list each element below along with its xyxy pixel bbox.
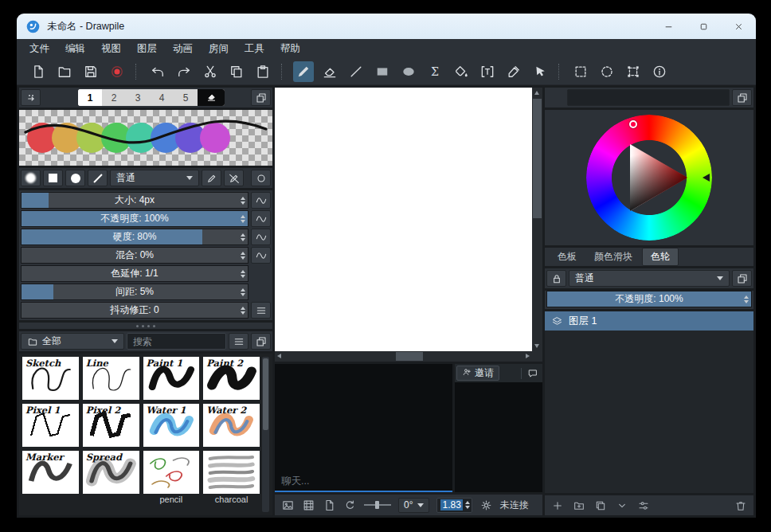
brush-setting-slider[interactable]: 混合: 0% (21, 247, 249, 264)
scrollbar-thumb[interactable] (263, 358, 268, 430)
brush-preset[interactable]: pencil (143, 451, 200, 506)
slider-spinner[interactable] (241, 266, 245, 281)
input-curve-button[interactable] (251, 210, 271, 227)
reset-rotation-button[interactable] (343, 499, 357, 512)
slider-spinner[interactable] (241, 284, 245, 299)
slider-knob[interactable] (375, 501, 379, 509)
brush-setting-slider[interactable]: 不透明度: 100% (21, 210, 249, 227)
invite-button[interactable]: 邀请 (456, 366, 499, 381)
brush-preset[interactable]: Paint 2 (203, 357, 260, 400)
frames-button[interactable] (302, 499, 315, 512)
brush-tip-line-button[interactable] (88, 170, 108, 186)
brush-preset[interactable]: Water 2 (203, 404, 260, 447)
view-settings-button[interactable] (479, 499, 493, 512)
input-curve-button[interactable] (251, 247, 271, 264)
erase-mode-button[interactable] (224, 170, 244, 186)
input-curve-button[interactable] (251, 192, 271, 209)
maximize-button[interactable] (686, 14, 721, 39)
palette-select[interactable] (567, 89, 730, 106)
open-file-icon[interactable] (54, 61, 75, 82)
brush-slot-tab[interactable]: 2 (102, 89, 126, 106)
color-picker-icon[interactable] (503, 61, 524, 82)
brush-icon[interactable] (293, 61, 314, 82)
dock-handle-button[interactable] (21, 89, 41, 106)
brush-preset[interactable]: Marker (22, 451, 79, 506)
input-curve-button[interactable] (251, 229, 271, 245)
slider-spinner[interactable] (241, 229, 245, 244)
color-dock-tab[interactable]: 颜色滑块 (586, 248, 640, 265)
add-group-button[interactable] (573, 499, 585, 512)
duplicate-layer-button[interactable] (594, 499, 607, 512)
brush-setting-slider[interactable]: 色延伸: 1/1 (21, 265, 249, 282)
slider-spinner[interactable] (241, 193, 245, 208)
color-dock-tab[interactable]: 色轮 (642, 248, 679, 266)
delete-layer-button[interactable] (734, 499, 747, 512)
slider-spinner[interactable] (241, 248, 245, 263)
eraser-icon[interactable] (319, 61, 340, 82)
rotation-slider[interactable] (364, 499, 391, 510)
brush-tip-round-button[interactable] (65, 170, 85, 186)
copy-icon[interactable] (226, 61, 247, 82)
float-dock-button[interactable] (251, 333, 271, 350)
menu-item[interactable]: 动画 (165, 39, 201, 58)
float-dock-button[interactable] (732, 89, 752, 106)
float-dock-button[interactable] (251, 89, 271, 106)
title-bar[interactable]: 未命名 - Drawpile (17, 14, 756, 39)
canvas-horizontal-scrollbar[interactable] (275, 351, 532, 362)
eraser-slot-tab[interactable] (198, 89, 225, 106)
saturation-triangle[interactable] (609, 138, 689, 217)
brush-tip-square-button[interactable] (43, 170, 63, 186)
layer-opacity-slider[interactable]: 不透明度: 100% (546, 291, 752, 307)
flipbook-button[interactable] (323, 499, 336, 512)
draw-mode-button[interactable] (202, 170, 221, 186)
ellipse-icon[interactable] (398, 61, 419, 82)
scroll-left-icon[interactable] (277, 354, 281, 358)
brush-preset[interactable]: Line (83, 357, 139, 400)
layer-blend-mode-select[interactable]: 普通 (569, 270, 730, 287)
brush-slot-tab[interactable]: 5 (174, 89, 198, 106)
menu-item[interactable]: 视图 (93, 39, 129, 58)
redo-icon[interactable] (174, 61, 194, 82)
rectangle-icon[interactable] (372, 61, 393, 82)
bezier-curve-icon[interactable]: Σ (425, 61, 445, 82)
preserve-alpha-button[interactable] (251, 170, 271, 186)
color-dock-tab[interactable]: 色板 (550, 248, 585, 265)
paste-icon[interactable] (252, 61, 273, 82)
scrollbar-thumb[interactable] (396, 352, 423, 361)
brush-slot-tab[interactable]: 1 (78, 89, 102, 106)
menu-item[interactable]: 编辑 (57, 39, 93, 58)
brush-setting-slider[interactable]: 间距: 5% (21, 284, 249, 300)
menu-item[interactable]: 文件 (22, 39, 57, 58)
brush-preset[interactable]: Pixel 2 (83, 404, 139, 447)
undo-icon[interactable] (147, 61, 168, 82)
hue-marker[interactable] (629, 120, 637, 128)
brush-preset[interactable]: Water 1 (143, 404, 200, 447)
scrollbar-thumb[interactable] (533, 99, 542, 218)
minimize-button[interactable] (651, 14, 686, 39)
slider-spinner[interactable] (241, 211, 245, 226)
select-lasso-icon[interactable] (597, 61, 617, 82)
cut-icon[interactable] (200, 61, 221, 82)
menu-item[interactable]: 帮助 (272, 39, 308, 58)
color-wheel[interactable] (545, 110, 753, 245)
float-dock-button[interactable] (732, 270, 752, 287)
preset-scrollbar[interactable] (262, 357, 269, 512)
menu-item[interactable]: 工具 (237, 39, 272, 58)
brush-slot-tab[interactable]: 3 (126, 89, 150, 106)
rotation-select[interactable]: 0° (398, 498, 429, 513)
inspector-icon[interactable] (649, 61, 670, 82)
menu-item[interactable]: 图层 (129, 39, 165, 58)
close-button[interactable] (721, 14, 756, 39)
canvas-vertical-scrollbar[interactable] (532, 88, 542, 351)
toggle-chat-button[interactable] (524, 366, 541, 381)
layer-lock-button[interactable] (546, 270, 566, 287)
brush-preset[interactable]: Paint 1 (143, 357, 200, 400)
zoom-input[interactable]: 1.83 (436, 498, 472, 513)
fill-icon[interactable] (451, 61, 472, 82)
brush-preset[interactable]: Pixel 1 (22, 404, 79, 447)
record-icon[interactable] (107, 61, 127, 82)
transform-icon[interactable] (623, 61, 644, 82)
zoom-spinner[interactable] (465, 501, 470, 509)
merge-layer-button[interactable] (616, 499, 628, 512)
laser-pointer-icon[interactable] (530, 61, 550, 82)
